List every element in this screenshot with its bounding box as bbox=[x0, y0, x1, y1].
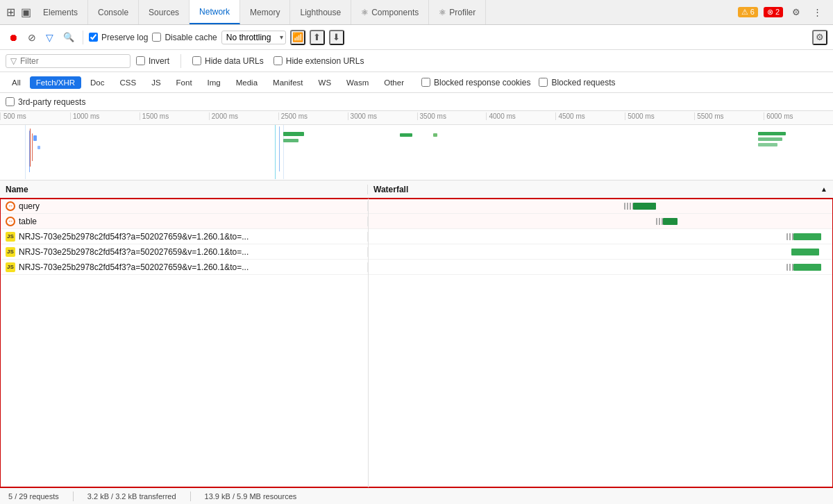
tab-sources[interactable]: Sources bbox=[139, 0, 190, 24]
throttle-select[interactable]: No throttling bbox=[221, 31, 286, 44]
table-row-query[interactable]: ↔ query bbox=[0, 199, 833, 214]
type-btn-ws[interactable]: WS bbox=[312, 76, 338, 89]
js-icon-nrjs2: JS bbox=[6, 247, 15, 257]
network-conditions-icon[interactable]: 📶 bbox=[290, 30, 305, 45]
type-btn-all[interactable]: All bbox=[6, 76, 27, 89]
bar-nrjs1-main bbox=[793, 233, 821, 240]
row-label-table: table bbox=[19, 217, 37, 226]
type-btn-manifest[interactable]: Manifest bbox=[267, 76, 309, 89]
th-waterfall[interactable]: Waterfall ▲ bbox=[368, 185, 833, 194]
table-row-nrjs2[interactable]: JS NRJS-703e25b2978c2fd54f3?a=502027659&… bbox=[0, 244, 833, 260]
bar-nrjs3-stripe bbox=[786, 264, 793, 271]
disable-cache-checkbox[interactable]: Disable cache bbox=[152, 33, 217, 42]
row-waterfall-table bbox=[368, 214, 833, 229]
th-name-label: Name bbox=[6, 185, 28, 194]
tab-profiler[interactable]: ⚛ Profiler bbox=[429, 0, 486, 24]
network-settings-icon[interactable]: ⚙ bbox=[812, 30, 827, 45]
devtools-menu-icon[interactable]: ⊞ bbox=[3, 5, 18, 20]
throttle-wrapper: No throttling bbox=[221, 31, 286, 44]
xhr-icon-query: ↔ bbox=[6, 201, 15, 211]
tab-memory[interactable]: Memory bbox=[240, 0, 290, 24]
status-requests: 5 / 29 requests bbox=[8, 492, 59, 501]
warning-badge: ⚠6 bbox=[738, 7, 758, 17]
status-sep-1 bbox=[73, 492, 74, 501]
tick-10: 5500 ms bbox=[694, 112, 764, 120]
tab-console-label: Console bbox=[98, 8, 128, 17]
row-waterfall-nrjs2 bbox=[368, 244, 833, 260]
invert-checkbox[interactable]: Invert bbox=[136, 56, 169, 66]
tick-11: 6000 ms bbox=[764, 112, 833, 120]
row-name-nrjs1: JS NRJS-703e25b2978c2fd54f3?a=502027659&… bbox=[0, 232, 368, 242]
import-har-icon[interactable]: ⬆ bbox=[310, 30, 325, 45]
row-name-nrjs3: JS NRJS-703e25b2978c2fd54f3?a=502027659&… bbox=[0, 262, 368, 272]
js-icon-nrjs3: JS bbox=[6, 262, 15, 272]
bar-query-main bbox=[633, 203, 657, 210]
tab-console[interactable]: Console bbox=[88, 0, 139, 24]
tab-network[interactable]: Network bbox=[190, 0, 240, 24]
tick-8: 4500 ms bbox=[555, 112, 625, 120]
tick-4: 2500 ms bbox=[278, 112, 348, 120]
toolbar-separator-1 bbox=[83, 31, 83, 44]
blocked-response-cookies-checkbox[interactable]: Blocked response cookies bbox=[421, 78, 530, 87]
network-toolbar: ⏺ ⊘ ▽ 🔍 Preserve log Disable cache No th… bbox=[0, 25, 833, 50]
type-btn-js[interactable]: JS bbox=[145, 76, 167, 89]
type-btn-wasm[interactable]: Wasm bbox=[340, 76, 375, 89]
more-options-icon[interactable]: ⋮ bbox=[809, 5, 825, 20]
timeline-container[interactable]: 500 ms 1000 ms 1500 ms 2000 ms 2500 ms 3… bbox=[0, 111, 833, 180]
settings-icon[interactable]: ⚙ bbox=[789, 5, 804, 20]
type-filter-right: Blocked response cookies Blocked request… bbox=[421, 78, 615, 87]
type-btn-other[interactable]: Other bbox=[378, 76, 410, 89]
export-har-icon[interactable]: ⬇ bbox=[329, 30, 344, 45]
type-btn-media[interactable]: Media bbox=[230, 76, 264, 89]
th-name[interactable]: Name bbox=[0, 185, 368, 194]
type-btn-fetch-xhr[interactable]: Fetch/XHR bbox=[30, 76, 81, 89]
status-bar: 5 / 29 requests 3.2 kB / 3.2 kB transfer… bbox=[0, 487, 833, 504]
tab-memory-label: Memory bbox=[250, 8, 280, 17]
status-resources: 13.9 kB / 5.9 MB resources bbox=[205, 492, 297, 501]
hide-ext-urls-checkbox[interactable]: Hide extension URLs bbox=[274, 56, 364, 66]
bar-query-stripe bbox=[624, 203, 633, 210]
bar-nrjs1-stripe bbox=[786, 233, 793, 240]
sort-icon: ▲ bbox=[821, 185, 827, 193]
timeline-graph bbox=[0, 125, 833, 179]
bar-table-main bbox=[663, 218, 677, 225]
tab-elements[interactable]: Elements bbox=[33, 0, 88, 24]
tick-9: 5000 ms bbox=[625, 112, 694, 120]
tab-components[interactable]: ⚛ Components bbox=[351, 0, 429, 24]
tick-3: 2000 ms bbox=[209, 112, 278, 120]
filter-toggle-button[interactable]: ▽ bbox=[43, 29, 56, 46]
type-filter-bar: All Fetch/XHR Doc CSS JS Font Img Media … bbox=[0, 72, 833, 93]
filter-sep-1 bbox=[180, 54, 181, 68]
type-btn-img[interactable]: Img bbox=[201, 76, 227, 89]
type-btn-css[interactable]: CSS bbox=[113, 76, 142, 89]
row-label-nrjs3: NRJS-703e25b2978c2fd54f3?a=502027659&v=1… bbox=[19, 262, 249, 272]
filter-checkboxes: Invert Hide data URLs Hide extension URL… bbox=[136, 54, 364, 68]
filter-icon: ▽ bbox=[10, 56, 17, 66]
table-row-table[interactable]: ↔ table bbox=[0, 214, 833, 229]
error-badge: ⊗2 bbox=[764, 7, 783, 17]
table-row-nrjs3[interactable]: JS NRJS-703e25b2978c2fd54f3?a=502027659&… bbox=[0, 260, 833, 275]
tab-lighthouse[interactable]: Lighthouse bbox=[290, 0, 351, 24]
third-party-checkbox[interactable]: 3rd-party requests bbox=[6, 97, 85, 107]
tick-1: 1000 ms bbox=[70, 112, 140, 120]
hide-data-urls-checkbox[interactable]: Hide data URLs bbox=[192, 56, 264, 66]
tab-profiler-label: Profiler bbox=[449, 8, 476, 17]
dock-icon[interactable]: ▣ bbox=[18, 5, 33, 20]
blocked-requests-checkbox[interactable]: Blocked requests bbox=[539, 78, 615, 87]
status-transferred: 3.2 kB / 3.2 kB transferred bbox=[87, 492, 176, 501]
filter-input[interactable] bbox=[20, 56, 124, 66]
filter-input-wrap: ▽ bbox=[6, 54, 131, 68]
tick-2: 1500 ms bbox=[140, 112, 209, 120]
record-stop-button[interactable]: ⏺ bbox=[6, 29, 21, 46]
clear-button[interactable]: ⊘ bbox=[25, 29, 39, 46]
js-icon-nrjs1: JS bbox=[6, 232, 15, 242]
tab-components-label: Components bbox=[371, 8, 419, 17]
search-button[interactable]: 🔍 bbox=[60, 29, 77, 45]
tab-elements-label: Elements bbox=[43, 8, 78, 17]
type-btn-doc[interactable]: Doc bbox=[84, 76, 110, 89]
bar-nrjs2-main bbox=[791, 249, 819, 255]
preserve-log-checkbox[interactable]: Preserve log bbox=[89, 33, 148, 42]
table-row-nrjs1[interactable]: JS NRJS-703e25b2978c2fd54f3?a=502027659&… bbox=[0, 229, 833, 244]
tab-bar: ⊞ ▣ Elements Console Sources Network Mem… bbox=[0, 0, 833, 25]
type-btn-font[interactable]: Font bbox=[170, 76, 199, 89]
